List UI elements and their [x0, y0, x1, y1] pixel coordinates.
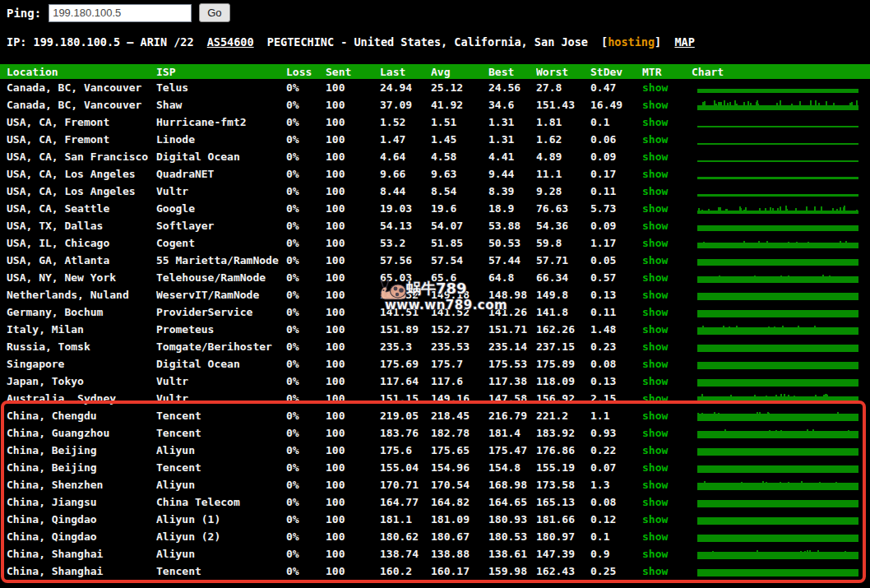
mtr-show-link[interactable]: show: [642, 271, 668, 284]
header-stdev: StDev: [590, 66, 642, 78]
cell-best: 24.56: [488, 81, 536, 94]
latency-sparkline: [692, 79, 870, 96]
hosting-tag: hosting: [608, 35, 655, 49]
cell-sent: 100: [326, 392, 380, 405]
cell-sent: 100: [326, 289, 380, 301]
cell-isp: WeservIT/RamNode: [156, 289, 286, 301]
mtr-show-link[interactable]: show: [642, 323, 668, 336]
latency-sparkline: [692, 217, 870, 234]
cell-avg: 19.6: [431, 202, 488, 215]
cell-avg: 149.16: [431, 392, 488, 405]
table-row: USA, GA, Atlanta55 Marietta/RamNode0%100…: [0, 252, 870, 269]
cell-worst: 176.86: [536, 444, 590, 456]
cell-last: 180.62: [380, 530, 431, 543]
cell-avg: 9.63: [431, 168, 488, 180]
cell-last: 1.52: [380, 116, 431, 128]
cell-last: 170.71: [380, 479, 431, 491]
cell-stdev: 0.09: [590, 150, 642, 163]
mtr-show-link[interactable]: show: [642, 237, 668, 249]
cell-sent: 100: [326, 306, 380, 318]
mtr-show-link[interactable]: show: [642, 81, 668, 94]
cell-stdev: 0.1: [590, 116, 642, 128]
cell-stdev: 0.13: [590, 289, 642, 301]
cell-isp: Aliyun (1): [156, 513, 286, 525]
cell-location: USA, TX, Dallas: [7, 220, 156, 232]
cell-location: USA, IL, Chicago: [7, 237, 156, 249]
cell-loss: 0%: [286, 375, 326, 387]
cell-avg: 57.54: [431, 254, 488, 266]
latency-sparkline: [692, 511, 870, 528]
cell-avg: 1.51: [431, 116, 488, 128]
cell-worst: 4.89: [536, 150, 590, 163]
mtr-show-link[interactable]: show: [642, 289, 668, 301]
cell-mtr: show: [642, 289, 692, 301]
mtr-show-link[interactable]: show: [642, 220, 668, 232]
cell-last: 151.89: [380, 323, 431, 336]
cell-mtr: show: [642, 99, 692, 111]
mtr-show-link[interactable]: show: [642, 410, 668, 422]
cell-last: 235.3: [380, 340, 431, 353]
mtr-show-link[interactable]: show: [642, 168, 668, 180]
cell-isp: Tencent: [156, 427, 286, 439]
mtr-show-link[interactable]: show: [642, 479, 668, 491]
table-row: Netherlands, NulandWeservIT/RamNode0%100…: [0, 286, 870, 303]
mtr-show-link[interactable]: show: [642, 392, 668, 405]
cell-loss: 0%: [286, 254, 326, 266]
cell-location: Singapore: [7, 358, 156, 370]
ping-results-table: LocationISPLossSentLastAvgBestWorstStDev…: [0, 64, 870, 580]
mtr-show-link[interactable]: show: [642, 461, 668, 474]
table-row: SingaporeDigital Ocean0%100175.69175.717…: [0, 355, 870, 373]
latency-sparkline: [692, 390, 870, 407]
cell-last: 117.64: [380, 375, 431, 387]
cell-worst: 54.36: [536, 220, 590, 232]
header-mtr: MTR: [642, 66, 692, 78]
cell-location: USA, CA, Fremont: [7, 116, 156, 128]
cell-location: China, Jiangsu: [7, 496, 156, 508]
cell-loss: 0%: [286, 133, 326, 146]
mtr-show-link[interactable]: show: [642, 496, 668, 508]
table-row: China, QingdaoAliyun (1)0%100181.1181.09…: [0, 511, 870, 528]
mtr-show-link[interactable]: show: [642, 375, 668, 387]
cell-mtr: show: [642, 202, 692, 215]
mtr-show-link[interactable]: show: [642, 99, 668, 111]
mtr-show-link[interactable]: show: [642, 427, 668, 439]
cell-loss: 0%: [286, 410, 326, 422]
cell-avg: 117.6: [431, 375, 488, 387]
mtr-show-link[interactable]: show: [642, 133, 668, 146]
asn-link[interactable]: AS54600: [207, 35, 254, 49]
table-row: USA, CA, Los AngelesQuadraNET0%1009.669.…: [0, 165, 870, 183]
cell-last: 4.64: [380, 150, 431, 163]
mtr-show-link[interactable]: show: [642, 202, 668, 215]
cell-avg: 152.27: [431, 323, 488, 336]
mtr-show-link[interactable]: show: [642, 358, 668, 370]
mtr-show-link[interactable]: show: [642, 185, 668, 197]
cell-isp: 55 Marietta/RamNode: [156, 254, 286, 266]
latency-sparkline: [692, 442, 870, 459]
cell-last: 164.77: [380, 496, 431, 508]
mtr-show-link[interactable]: show: [642, 150, 668, 163]
cell-best: 151.71: [488, 323, 536, 336]
cell-sent: 100: [326, 358, 380, 370]
cell-avg: 51.85: [431, 237, 488, 249]
cell-sent: 100: [326, 254, 380, 266]
cell-best: 4.41: [488, 150, 536, 163]
mtr-show-link[interactable]: show: [642, 116, 668, 128]
cell-isp: Hurricane-fmt2: [156, 116, 286, 128]
mtr-show-link[interactable]: show: [642, 306, 668, 318]
cell-last: 19.03: [380, 202, 431, 215]
table-row: China, ShanghaiAliyun0%100138.74138.8813…: [0, 545, 870, 563]
cell-best: 235.14: [488, 340, 536, 353]
mtr-show-link[interactable]: show: [642, 340, 668, 353]
ip-description: PEGTECHINC - United States, California, …: [267, 35, 588, 49]
ping-input[interactable]: [49, 4, 192, 22]
go-button[interactable]: Go: [199, 3, 229, 22]
mtr-show-link[interactable]: show: [642, 530, 668, 543]
mtr-show-link[interactable]: show: [642, 565, 668, 577]
cell-loss: 0%: [286, 220, 326, 232]
cell-last: 219.05: [380, 410, 431, 422]
map-link[interactable]: MAP: [674, 35, 694, 49]
mtr-show-link[interactable]: show: [642, 548, 668, 560]
mtr-show-link[interactable]: show: [642, 444, 668, 456]
mtr-show-link[interactable]: show: [642, 513, 668, 525]
mtr-show-link[interactable]: show: [642, 254, 668, 266]
